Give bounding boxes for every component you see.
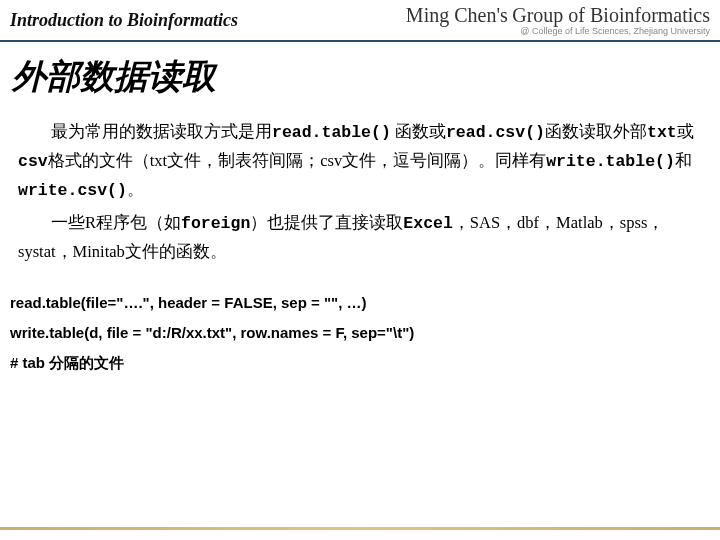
code-inline: csv: [18, 152, 48, 171]
code-inline: write.table(): [546, 152, 675, 171]
code-block: read.table(file="….", header = FALSE, se…: [0, 270, 720, 378]
text: 函数读取外部: [545, 122, 647, 141]
header-bar: Introduction to Bioinformatics Ming Chen…: [0, 0, 720, 42]
text: 一些R程序包（如: [51, 213, 181, 232]
brand-sub: @ College of Life Sciences, Zhejiang Uni…: [520, 26, 710, 36]
text: 或: [677, 122, 694, 141]
text: 和: [675, 151, 692, 170]
body-text: 最为常用的数据读取方式是用read.table() 函数或read.csv()函…: [0, 118, 720, 266]
brand-script: Ming Chen's: [406, 4, 508, 26]
code-inline: write.csv(): [18, 181, 127, 200]
text: 。: [127, 180, 144, 199]
header-brand: Ming Chen's Group of Bioinformatics @ Co…: [406, 5, 710, 36]
brand-rest: Group of Bioinformatics: [512, 4, 710, 26]
text: ）也提供了直接读取: [250, 213, 403, 232]
paragraph-2: 一些R程序包（如foreign）也提供了直接读取Excel，SAS，dbf，Ma…: [18, 209, 702, 266]
code-line-2: write.table(d, file = "d:/R/xx.txt", row…: [10, 318, 710, 348]
text: 函数或: [391, 122, 446, 141]
footer-divider: [0, 527, 720, 530]
text: 格式的文件（txt文件，制表符间隔；csv文件，逗号间隔）。同样有: [48, 151, 546, 170]
code-inline: foreign: [181, 214, 250, 233]
code-line-1: read.table(file="….", header = FALSE, se…: [10, 288, 710, 318]
code-inline: read.csv(): [446, 123, 545, 142]
header-title: Introduction to Bioinformatics: [10, 10, 238, 31]
code-line-3: # tab 分隔的文件: [10, 348, 710, 378]
text: 最为常用的数据读取方式是用: [51, 122, 272, 141]
code-inline: txt: [647, 123, 677, 142]
code-inline: Excel: [403, 214, 453, 233]
paragraph-1: 最为常用的数据读取方式是用read.table() 函数或read.csv()函…: [18, 118, 702, 205]
code-inline: read.table(): [272, 123, 391, 142]
page-title: 外部数据读取: [12, 54, 720, 100]
